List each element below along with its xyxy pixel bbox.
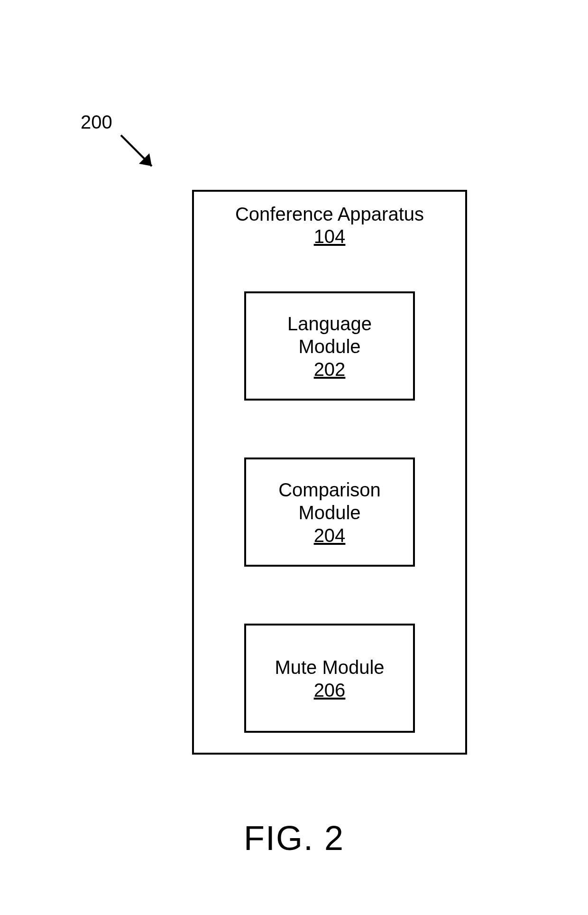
module-title-line1: Comparison bbox=[278, 479, 381, 500]
module-title: Language Module bbox=[287, 312, 372, 358]
module-title-line2: Module bbox=[298, 502, 360, 523]
module-title: Mute Module bbox=[275, 656, 384, 679]
module-title-line1: Mute Module bbox=[275, 657, 384, 678]
module-title: Comparison Module bbox=[278, 478, 381, 524]
module-title-line1: Language bbox=[287, 313, 372, 334]
comparison-module-box: Comparison Module 204 bbox=[244, 458, 415, 567]
module-number: 202 bbox=[314, 359, 346, 380]
module-title-line2: Module bbox=[298, 336, 360, 357]
module-number: 206 bbox=[314, 680, 346, 701]
language-module-box: Language Module 202 bbox=[244, 291, 415, 401]
figure-caption: FIG. 2 bbox=[244, 819, 344, 858]
outer-box-title: Conference Apparatus bbox=[194, 202, 465, 226]
conference-apparatus-box: Conference Apparatus 104 Language Module… bbox=[192, 190, 467, 755]
pointer-arrow-icon bbox=[116, 131, 173, 187]
reference-numeral: 200 bbox=[81, 112, 112, 133]
outer-box-number: 104 bbox=[194, 226, 465, 247]
module-number: 204 bbox=[314, 525, 346, 546]
mute-module-box: Mute Module 206 bbox=[244, 624, 415, 733]
